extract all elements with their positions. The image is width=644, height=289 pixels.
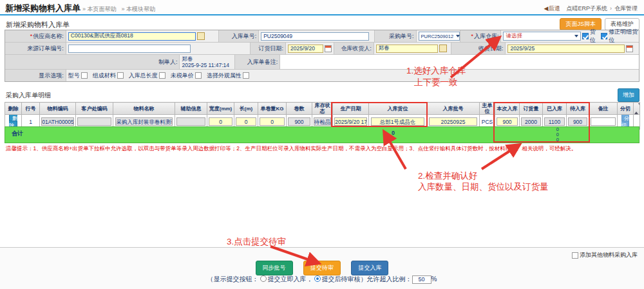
- recv-date-input[interactable]: 2025/9/25: [507, 45, 625, 53]
- production-date-input[interactable]: 2025/9/20 17: [334, 117, 366, 126]
- ratio-label: 允许超入比例：: [367, 275, 412, 283]
- form-row-2: 来源订单编号: 订货日期: 2025/9/20 仓库收货人: 郑春 收货日期: …: [5, 43, 639, 55]
- annotation-step2-line1: 2.检查并确认好: [418, 170, 477, 182]
- opt-model-checkbox[interactable]: [81, 72, 88, 79]
- col-delete: 删除: [5, 103, 22, 115]
- opt-appearance-checkbox[interactable]: [243, 72, 249, 79]
- order-date-label: 订货日期:: [251, 43, 286, 54]
- top-right-nav: ◀后退点晴ERP子系统›仓库管理: [544, 5, 638, 13]
- customer-code-field: [77, 117, 111, 126]
- qty-ordered-field: 2000: [521, 117, 541, 126]
- required-mark: *: [30, 33, 33, 39]
- add-other-label: 添加其他物料采购入库: [580, 251, 638, 259]
- submit-options-row: （显示提交按钮：提交立即入库，提交后待审核）允许超入比例：%: [0, 275, 644, 284]
- opt-material-label: 组成材料: [93, 72, 116, 80]
- col-roll-weight: 单卷重KG: [258, 103, 287, 115]
- add-other-checkbox[interactable]: [572, 252, 578, 259]
- detail-table: 删除 行号 物料编码 客户处编码 物料名称 辅助信息 宽度(mm) 长(m) 单…: [5, 102, 640, 130]
- qty-pending-field: 900: [568, 117, 587, 126]
- slot-checkbox[interactable]: [582, 33, 589, 39]
- col-qty-in: 本次入库: [495, 103, 520, 115]
- module-link[interactable]: 仓库管理: [614, 5, 638, 12]
- maker-cell: 郑春2025-9-25 11:47:14: [180, 55, 235, 69]
- purchase-no-label: 采购单号:: [375, 30, 417, 42]
- inbound-no-input[interactable]: PU2509049: [261, 32, 369, 41]
- purchase-no-cell: PURC2509012: [417, 30, 460, 42]
- opt-material-checkbox[interactable]: [117, 72, 124, 79]
- top-bar: 新增采购物料入库单 » 本页面帮助» 本模块帮助 ◀后退点晴ERP子系统›仓库管…: [0, 0, 644, 14]
- radio-immediate[interactable]: [260, 275, 267, 282]
- remark-row-input[interactable]: [591, 117, 616, 126]
- col-aux-info: 辅助信息: [175, 103, 207, 115]
- ratio-input[interactable]: [412, 275, 431, 284]
- slot-input[interactable]: 总部1号成品仓: [371, 117, 424, 126]
- warehouse-label: *入库仓库:: [460, 30, 502, 42]
- col-item-code: 物料编码: [40, 103, 76, 115]
- maker-time: 2025-9-25 11:47:14: [182, 62, 229, 68]
- stock-status-field: 待检品: [314, 117, 332, 126]
- source-order-input[interactable]: [68, 45, 191, 53]
- supplier-label: *供应商名称:: [5, 30, 66, 42]
- opt-price-checkbox[interactable]: [195, 72, 202, 79]
- col-remark: 备注: [589, 103, 618, 115]
- calendar-icon[interactable]: [325, 45, 332, 52]
- roll-weight-input[interactable]: 0: [260, 117, 285, 126]
- opt-length-checkbox[interactable]: [159, 72, 166, 79]
- detail-panel-title: 采购入库单明细: [6, 91, 51, 100]
- fix-slot-checkbox[interactable]: [601, 33, 607, 39]
- calendar-icon[interactable]: [626, 45, 633, 52]
- col-length: 长(m): [234, 103, 258, 115]
- header-divider: [0, 14, 644, 15]
- aux-info-field: [176, 117, 205, 126]
- opt-length-label: 入库总长度: [129, 72, 158, 80]
- total-row: 合计 0 0 0 0: [5, 126, 639, 143]
- annotation-step2-line2: 入库数量、日期、货位以及订货量: [418, 181, 549, 193]
- col-qty-ordered: 订货量: [520, 103, 543, 115]
- qty-in-input[interactable]: 900: [497, 117, 518, 126]
- purchase-no-select[interactable]: PURC2509012: [419, 32, 460, 41]
- item-code-field: 01ATH00005: [41, 117, 73, 126]
- form-panel-title: 新增采购物料入库单: [6, 20, 70, 30]
- batch-no-input[interactable]: 20250925: [429, 117, 477, 126]
- order-date-input[interactable]: 2025/9/20: [288, 45, 323, 53]
- width-input[interactable]: 0: [209, 117, 232, 126]
- supplier-lookup-icon[interactable]: [197, 32, 205, 40]
- total-label: 合计: [12, 130, 23, 138]
- form-row-4: 显示选项: 型号 组成材料 入库总长度 未税单价 选择外观属性: [5, 70, 639, 81]
- col-item-name: 物料名称: [113, 103, 175, 115]
- back-link[interactable]: ◀后退: [544, 5, 560, 12]
- supplier-input[interactable]: C00130&测试供应商0818: [68, 32, 196, 41]
- total-roll-count: 0: [392, 130, 395, 136]
- chevron-down-icon: [574, 35, 578, 37]
- help-page-link[interactable]: » 本页面帮助: [82, 6, 117, 12]
- receiver-input[interactable]: 郑春: [376, 45, 438, 53]
- options-prefix: （显示提交按钮：: [207, 275, 259, 283]
- recv-date-label: 收货日期:: [451, 43, 506, 54]
- total-qty-stack: 0 0 0: [545, 127, 559, 143]
- add-row-button[interactable]: 增加: [618, 88, 639, 102]
- col-line-no: 行号: [22, 103, 40, 115]
- radio-review[interactable]: [314, 275, 321, 282]
- receiver-cell: 郑春: [374, 43, 451, 54]
- submit-review-button[interactable]: 提交待审: [303, 261, 341, 275]
- item-name-field: 采购入库封装非卷料测试: [115, 117, 172, 126]
- help-module-link[interactable]: » 本模块帮助: [122, 6, 156, 12]
- submit-inbound-button[interactable]: 提交入库: [351, 261, 388, 275]
- receiver-lookup-icon[interactable]: [439, 45, 447, 52]
- sort-icon[interactable]: [634, 106, 640, 112]
- remark-label: 入库单备注:: [235, 55, 280, 69]
- erp-page: 新增采购物料入库单 » 本页面帮助» 本模块帮助 ◀后退点晴ERP子系统›仓库管…: [0, 0, 644, 289]
- nav-separator: ›: [610, 5, 612, 12]
- page-title: 新增采购物料入库单: [5, 3, 80, 14]
- footer-buttons: 同步批号 提交待审 提交入库: [0, 261, 644, 275]
- col-production-date: 生产日期: [333, 103, 369, 115]
- form-row-3: 制单人: 郑春2025-9-25 11:47:14 入库单备注:: [5, 55, 639, 70]
- warehouse-select[interactable]: 请选择: [503, 32, 580, 41]
- display-options-label: 显示选项:: [5, 70, 66, 81]
- recv-date-cell: 2025/9/25: [506, 43, 639, 54]
- length-input[interactable]: 0: [236, 117, 256, 126]
- system-link[interactable]: 点晴ERP子系统: [566, 5, 607, 12]
- col-width: 宽度(mm): [207, 103, 234, 115]
- supplier-cell: C00130&测试供应商0818: [66, 30, 219, 42]
- sync-batch-button[interactable]: 同步批号: [256, 261, 293, 275]
